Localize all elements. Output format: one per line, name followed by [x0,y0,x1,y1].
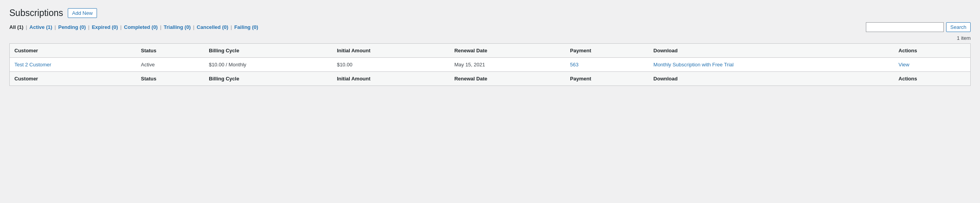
search-button[interactable]: Search [946,22,971,32]
filter-expired[interactable]: Expired (0) [92,24,118,30]
payment-link[interactable]: 563 [570,62,579,68]
filter-trialling-link[interactable]: Trialling (0) [164,24,190,30]
filter-active[interactable]: Active (1) [30,24,53,30]
filter-all-link[interactable]: All (1) [9,24,23,30]
search-input[interactable] [866,22,944,32]
table-body: Test 2 Customer Active $10.00 / Monthly … [10,58,970,72]
filter-expired-link[interactable]: Expired (0) [92,24,118,30]
filter-cancelled[interactable]: Cancelled (0) [197,24,228,30]
foot-col-renewal-date: Renewal Date [449,72,565,86]
foot-col-download: Download [649,72,894,86]
page-header: Subscriptions Add New [9,8,971,18]
foot-col-initial-amount: Initial Amount [332,72,450,86]
filter-pending-link[interactable]: Pending (0) [58,24,86,30]
cell-download: Monthly Subscription with Free Trial [649,58,894,72]
foot-col-billing-cycle: Billing Cycle [204,72,332,86]
sep-5: | [160,24,161,30]
filter-trialling[interactable]: Trialling (0) [164,24,190,30]
filter-links: All (1) | Active (1) | Pending (0) | [9,24,258,30]
cell-actions: View [894,58,970,72]
sep-3: | [88,24,89,30]
foot-col-customer: Customer [10,72,136,86]
cell-payment: 563 [566,58,649,72]
filter-cancelled-link[interactable]: Cancelled (0) [197,24,228,30]
table-foot-row: Customer Status Billing Cycle Initial Am… [10,72,970,86]
filter-failing-link[interactable]: Failing (0) [234,24,258,30]
add-new-button[interactable]: Add New [68,8,97,18]
col-download: Download [649,44,894,58]
col-initial-amount: Initial Amount [332,44,450,58]
item-count: 1 item [9,35,971,41]
col-customer: Customer [10,44,136,58]
foot-col-status: Status [136,72,204,86]
col-actions: Actions [894,44,970,58]
cell-status: Active [136,58,204,72]
sep-7: | [231,24,232,30]
sep-2: | [55,24,56,30]
table-head: Customer Status Billing Cycle Initial Am… [10,44,970,58]
table-foot: Customer Status Billing Cycle Initial Am… [10,72,970,86]
col-billing-cycle: Billing Cycle [204,44,332,58]
filter-completed[interactable]: Completed (0) [124,24,158,30]
sep-6: | [193,24,194,30]
foot-col-payment: Payment [566,72,649,86]
subscriptions-table: Customer Status Billing Cycle Initial Am… [10,44,970,85]
search-area: Search [866,22,971,32]
subscriptions-table-wrap: Customer Status Billing Cycle Initial Am… [9,43,971,86]
col-payment: Payment [566,44,649,58]
sep-1: | [26,24,27,30]
cell-initial-amount: $10.00 [332,58,450,72]
filter-bar: All (1) | Active (1) | Pending (0) | [9,22,971,32]
download-link[interactable]: Monthly Subscription with Free Trial [654,62,734,68]
filter-all[interactable]: All (1) [9,24,23,30]
filter-failing[interactable]: Failing (0) [234,24,258,30]
filter-completed-link[interactable]: Completed (0) [124,24,158,30]
page-wrapper: Subscriptions Add New All (1) | Active (… [0,0,980,203]
page-title: Subscriptions [9,8,63,18]
cell-customer: Test 2 Customer [10,58,136,72]
filter-active-link[interactable]: Active (1) [30,24,53,30]
cell-renewal-date: May 15, 2021 [449,58,565,72]
table-row: Test 2 Customer Active $10.00 / Monthly … [10,58,970,72]
cell-billing-cycle: $10.00 / Monthly [204,58,332,72]
table-head-row: Customer Status Billing Cycle Initial Am… [10,44,970,58]
foot-col-actions: Actions [894,72,970,86]
customer-link[interactable]: Test 2 Customer [14,62,51,68]
col-status: Status [136,44,204,58]
sep-4: | [120,24,122,30]
col-renewal-date: Renewal Date [449,44,565,58]
view-link[interactable]: View [899,62,909,68]
filter-pending[interactable]: Pending (0) [58,24,86,30]
